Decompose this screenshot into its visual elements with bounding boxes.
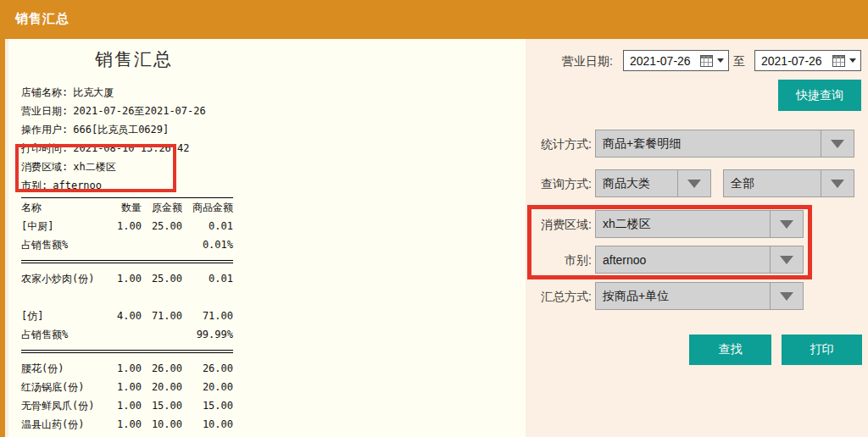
receipt-content: 销售汇总 店铺名称:比克大厦 营业日期:2021-07-26至2021-07-2…: [8, 39, 233, 434]
date-to-value: 2021-07-26: [755, 54, 832, 68]
table-header-row: 名称 数量 原金额 商品金额: [21, 198, 233, 217]
stat-mode-select[interactable]: 商品+套餐明细: [595, 130, 854, 158]
cell-amount: 0.01: [182, 217, 233, 235]
calendar-icon: [700, 55, 713, 67]
cell-empty: [106, 235, 142, 254]
row-spacer: [21, 288, 233, 307]
cell-amount: 10.00: [182, 415, 233, 434]
info-label: 消费区域:: [21, 161, 68, 173]
cell-share-label: 占销售额%: [21, 325, 106, 344]
info-value: afternoo: [53, 180, 102, 191]
shift-label: 市别:: [476, 253, 592, 268]
shift-value: afternoo: [596, 253, 770, 267]
cell-orig: 15.00: [142, 396, 182, 415]
table-row-share: 占销售额% 99.99%: [21, 325, 233, 344]
table-row-item: 农家小炒肉(份) 1.00 25.00 0.01: [21, 269, 233, 288]
col-header-orig-amount: 原金额: [142, 198, 182, 217]
cell-name: 红汤锅底(份): [21, 378, 106, 396]
date-to-picker[interactable]: 2021-07-26: [754, 50, 861, 71]
area-value: xh二楼区: [596, 217, 770, 232]
receipt-title: 销售汇总: [21, 47, 247, 71]
date-from-picker[interactable]: 2021-07-26: [623, 50, 729, 71]
sales-summary-window: 销售汇总 销售汇总 店铺名称:比克大厦 营业日期:2021-07-26至2021…: [0, 0, 868, 437]
table-row-category: [仿] 4.00 71.00 71.00: [21, 307, 233, 325]
quick-query-button[interactable]: 快捷查询: [778, 80, 861, 111]
info-value: xh二楼区: [73, 161, 115, 173]
cell-orig: 71.00: [142, 307, 182, 325]
col-header-goods-amount: 商品金额: [182, 198, 233, 217]
cell-amount: 0.01: [182, 269, 233, 288]
col-header-name: 名称: [21, 198, 106, 217]
table-row-share: 占销售额% 0.01%: [21, 235, 233, 254]
area-select[interactable]: xh二楼区: [595, 210, 804, 238]
cell-amount: 26.00: [182, 359, 233, 378]
dropdown-arrow-icon: [831, 180, 844, 188]
cell-share-label: 占销售额%: [21, 235, 106, 254]
find-button[interactable]: 查找: [689, 335, 771, 365]
receipt-info-area: 消费区域:xh二楼区: [21, 158, 233, 176]
cell-name: 温县山药(份): [21, 415, 106, 434]
receipt-preview-panel: 销售汇总 店铺名称:比克大厦 营业日期:2021-07-26至2021-07-2…: [8, 39, 526, 437]
cell-orig: 10.00: [142, 415, 182, 434]
cell-name: 无骨鲜凤爪(份): [21, 396, 106, 415]
titlebar: 销售汇总: [0, 0, 868, 39]
dropdown-arrow-icon: [780, 256, 793, 264]
summary-mode-label: 汇总方式:: [476, 290, 592, 305]
chevron-down-icon: [849, 58, 856, 63]
dropdown-button: [770, 246, 803, 273]
query-mode-sub-select[interactable]: 全部: [723, 169, 854, 197]
query-mode-select[interactable]: 商品大类: [595, 169, 711, 197]
cell-qty: 1.00: [106, 396, 142, 415]
cell-share-value: 0.01%: [182, 235, 233, 254]
receipt-info-printtime: 打印时间:2021-08-10 13:26:42: [21, 139, 233, 158]
window-title: 销售汇总: [15, 11, 70, 27]
table-row-category: [中厨] 1.00 25.00 0.01: [21, 217, 233, 235]
summary-mode-select[interactable]: 按商品+单位: [595, 282, 804, 310]
cell-empty: [142, 235, 182, 254]
query-mode-label: 查询方式:: [476, 177, 592, 192]
date-to-word: 至: [731, 54, 748, 69]
cell-qty: 1.00: [106, 378, 142, 396]
chevron-down-icon: [717, 58, 724, 63]
dropdown-arrow-icon: [831, 140, 844, 148]
dropdown-arrow-icon: [780, 292, 793, 301]
col-header-qty: 数量: [106, 198, 142, 217]
shift-select[interactable]: afternoo: [595, 246, 804, 274]
cell-amount: 20.00: [182, 378, 233, 396]
table-row-item: 无骨鲜凤爪(份) 1.00 15.00 15.00: [21, 396, 233, 415]
cell-share-value: 99.99%: [182, 325, 233, 344]
info-value: 666[比克员工0629]: [73, 124, 169, 136]
cell-name: 农家小炒肉(份): [21, 269, 106, 288]
cell-empty: [106, 325, 142, 344]
receipt-info-shift: 市别:afternoo: [21, 176, 233, 195]
cell-qty: 1.00: [106, 217, 142, 235]
cell-qty: 1.00: [106, 359, 142, 378]
info-label: 店铺名称:: [21, 86, 68, 98]
date-from-value: 2021-07-26: [624, 54, 700, 68]
summary-mode-value: 按商品+单位: [596, 289, 770, 304]
cell-orig: 25.00: [142, 269, 182, 288]
info-value: 2021-07-26至2021-07-26: [73, 105, 206, 117]
dropdown-button: [770, 211, 803, 237]
dropdown-button: [677, 170, 710, 196]
query-mode-sub-value: 全部: [724, 176, 821, 191]
print-button[interactable]: 打印: [782, 335, 862, 365]
cell-qty: 1.00: [106, 415, 142, 434]
info-label: 营业日期:: [21, 105, 68, 117]
table-row-item: 温县山药(份) 1.00 10.00 10.00: [21, 415, 233, 434]
dropdown-button: [821, 170, 854, 196]
receipt-info-store: 店铺名称:比克大厦: [21, 83, 233, 102]
cell-name: [中厨]: [21, 217, 106, 235]
stat-mode-value: 商品+套餐明细: [596, 136, 821, 152]
receipt-info-date: 营业日期:2021-07-26至2021-07-26: [21, 102, 233, 120]
stat-mode-label: 统计方式:: [476, 137, 592, 152]
dropdown-button: [821, 130, 854, 157]
cell-orig: 20.00: [142, 378, 182, 396]
cell-amount: 15.00: [182, 396, 233, 415]
receipt-info-operator: 操作用户:666[比克员工0629]: [21, 120, 233, 139]
cell-amount: 71.00: [182, 307, 233, 325]
cell-empty: [142, 325, 182, 344]
info-label: 操作用户:: [21, 124, 68, 136]
info-value: 比克大厦: [73, 86, 114, 98]
cell-orig: 25.00: [142, 217, 182, 235]
